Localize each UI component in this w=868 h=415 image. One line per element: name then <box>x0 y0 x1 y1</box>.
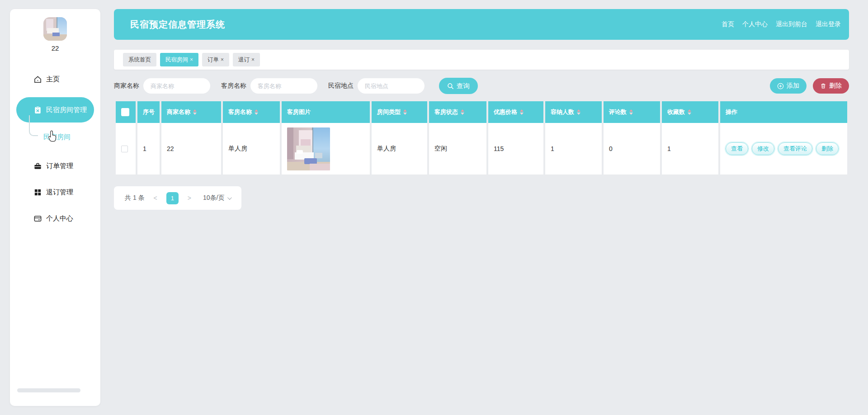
room-name-input[interactable] <box>250 78 317 94</box>
main-content: 民宿预定信息管理系统 首页 个人中心 退出到前台 退出登录 系统首页 民宿房间 … <box>114 9 849 210</box>
view-comments-button[interactable]: 查看评论 <box>778 142 812 155</box>
trash-icon <box>820 83 826 89</box>
delete-row-button[interactable]: 删除 <box>816 142 839 155</box>
sort-icon[interactable] <box>461 109 464 115</box>
row-checkbox[interactable] <box>121 146 128 152</box>
sidebar-item-label: 民宿房间管理 <box>46 106 87 114</box>
cell-merchant: 22 <box>161 123 221 174</box>
tab-label: 退订 <box>238 56 250 64</box>
sort-icon[interactable] <box>520 109 524 115</box>
tab-label: 系统首页 <box>128 56 151 64</box>
sort-icon[interactable] <box>688 109 691 115</box>
col-price: 优惠价格 <box>488 101 543 123</box>
page-size-select[interactable]: 10条/页 <box>203 194 231 202</box>
sidebar-item-orders[interactable]: 订单管理 <box>10 158 100 174</box>
cell-room-image <box>282 123 370 174</box>
add-button-label: 添加 <box>787 82 799 90</box>
sort-icon[interactable] <box>629 109 633 115</box>
cell-price: 115 <box>488 123 543 174</box>
filter-row: 商家名称 客房名称 民宿地点 查询 添加 删除 <box>114 78 849 94</box>
close-icon[interactable]: × <box>251 57 255 63</box>
sidebar: 22 主页 民宿房间管理 民宿房间 订单管理 <box>10 9 100 406</box>
avatar[interactable] <box>43 17 67 41</box>
delete-button-label: 删除 <box>829 82 842 90</box>
filter-label-room: 客房名称 <box>221 82 246 90</box>
sidebar-item-label: 主页 <box>46 75 60 84</box>
header-link-home[interactable]: 首页 <box>722 20 734 28</box>
filter-label-merchant: 商家名称 <box>114 82 139 90</box>
sidebar-item-profile[interactable]: 个人中心 <box>10 210 100 226</box>
col-label: 容纳人数 <box>551 108 574 116</box>
page-number-button[interactable]: 1 <box>166 192 179 204</box>
tab-rooms[interactable]: 民宿房间 × <box>160 53 198 66</box>
sidebar-item-room-management[interactable]: 民宿房间管理 <box>16 97 94 123</box>
search-button-label: 查询 <box>457 82 470 90</box>
delete-button[interactable]: 删除 <box>813 78 849 94</box>
col-room-name: 客房名称 <box>223 101 280 123</box>
sidebar-item-home[interactable]: 主页 <box>10 71 100 87</box>
sidebar-item-label: 个人中心 <box>46 214 73 223</box>
tab-system-home[interactable]: 系统首页 <box>123 53 156 66</box>
header-link-logout[interactable]: 退出登录 <box>816 20 841 28</box>
app-header: 民宿预定信息管理系统 首页 个人中心 退出到前台 退出登录 <box>114 9 849 40</box>
table-header-row: 序号 商家名称 客房名称 客房图片 房间类型 客房状态 优惠价格 容纳人数 评论… <box>116 101 847 123</box>
col-room-type: 房间类型 <box>372 101 427 123</box>
edit-button[interactable]: 修改 <box>752 142 774 155</box>
sidebar-item-label: 退订管理 <box>46 188 73 197</box>
home-icon <box>33 75 42 84</box>
app-title: 民宿预定信息管理系统 <box>130 19 225 31</box>
cell-room-status: 空闲 <box>429 123 486 174</box>
sort-icon[interactable] <box>193 109 197 115</box>
pagination: 共 1 条 < 1 > 10条/页 <box>114 186 241 210</box>
row-actions: 查看 修改 查看评论 删除 <box>726 142 847 155</box>
sort-icon[interactable] <box>255 109 258 115</box>
header-link-exit-to-front[interactable]: 退出到前台 <box>776 20 807 28</box>
col-label: 客房名称 <box>228 108 252 116</box>
sort-icon[interactable] <box>577 109 580 115</box>
clipboard-icon <box>33 106 42 114</box>
tab-label: 订单 <box>208 56 219 64</box>
tab-cancellations[interactable]: 退订 × <box>233 53 260 66</box>
col-label: 优惠价格 <box>494 108 517 116</box>
tab-orders[interactable]: 订单 × <box>202 53 229 66</box>
view-button[interactable]: 查看 <box>726 142 748 155</box>
col-index: 序号 <box>137 101 160 123</box>
next-page-button[interactable]: > <box>186 194 193 202</box>
select-all-checkbox[interactable] <box>121 108 129 116</box>
header-links: 首页 个人中心 退出到前台 退出登录 <box>722 20 841 28</box>
cell-room-type: 单人房 <box>372 123 427 174</box>
col-label: 评论数 <box>609 108 627 116</box>
grid-icon <box>33 188 42 197</box>
col-favorites: 收藏数 <box>662 101 718 123</box>
room-photo[interactable] <box>287 127 330 170</box>
close-icon[interactable]: × <box>221 57 224 63</box>
cell-comments: 0 <box>604 123 660 174</box>
col-merchant: 商家名称 <box>161 101 221 123</box>
card-icon <box>33 214 42 223</box>
sidebar-scrollbar[interactable] <box>17 388 80 392</box>
mouse-cursor <box>47 130 58 142</box>
location-input[interactable] <box>358 78 425 94</box>
sort-icon[interactable] <box>403 109 407 115</box>
sidebar-username: 22 <box>10 44 100 52</box>
search-icon <box>447 83 454 90</box>
header-link-profile[interactable]: 个人中心 <box>742 20 768 28</box>
col-label: 收藏数 <box>667 108 685 116</box>
tree-line <box>29 115 38 136</box>
col-comments: 评论数 <box>604 101 660 123</box>
pagination-total: 共 1 条 <box>125 194 145 202</box>
plus-circle-icon <box>777 83 784 90</box>
merchant-name-input[interactable] <box>143 78 210 94</box>
add-button[interactable]: 添加 <box>770 78 807 94</box>
col-room-image: 客房图片 <box>282 101 370 123</box>
col-label: 序号 <box>143 108 155 116</box>
prev-page-button[interactable]: < <box>152 194 159 202</box>
sidebar-item-cancellations[interactable]: 退订管理 <box>10 184 100 200</box>
search-button[interactable]: 查询 <box>439 78 478 94</box>
tab-label: 民宿房间 <box>165 56 188 64</box>
close-icon[interactable]: × <box>190 57 193 63</box>
sidebar-item-label: 订单管理 <box>46 162 73 170</box>
cell-favorites: 1 <box>662 123 718 174</box>
col-label: 商家名称 <box>167 108 190 116</box>
col-capacity: 容纳人数 <box>545 101 602 123</box>
